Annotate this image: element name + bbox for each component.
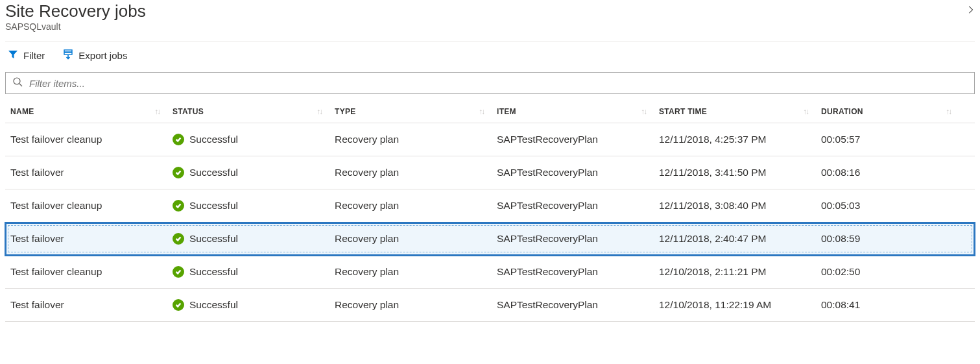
column-header-duration[interactable]: DURATION↑↓	[816, 101, 959, 123]
table-row[interactable]: Test failover cleanupSuccessfulRecovery …	[5, 256, 975, 289]
sort-icon: ↑↓	[154, 107, 160, 116]
cell-name: Test failover	[5, 291, 167, 319]
cell-start-time: 12/10/2018, 2:11:21 PM	[654, 258, 816, 285]
cell-item: SAPTestRecoveryPlan	[492, 258, 654, 285]
cell-type: Recovery plan	[329, 291, 492, 319]
page-title: Site Recovery jobs	[5, 1, 146, 21]
filter-items-input[interactable]	[28, 77, 968, 90]
cell-name: Test failover	[5, 225, 167, 252]
cell-name: Test failover	[5, 159, 167, 186]
cell-duration: 00:05:57	[816, 126, 959, 153]
filter-input-container[interactable]	[5, 72, 975, 94]
export-jobs-button[interactable]: Export jobs	[63, 49, 127, 62]
filter-button-label: Filter	[23, 50, 45, 61]
success-icon	[173, 167, 184, 178]
cell-item: SAPTestRecoveryPlan	[492, 192, 654, 219]
cell-duration: 00:08:59	[816, 225, 959, 252]
jobs-table: NAME↑↓ STATUS↑↓ TYPE↑↓ ITEM↑↓ START TIME…	[5, 101, 975, 322]
cell-start-time: 12/11/2018, 3:41:50 PM	[654, 159, 816, 186]
cell-start-time: 12/11/2018, 4:25:37 PM	[654, 126, 816, 153]
page-subtitle: SAPSQLvault	[5, 21, 146, 32]
status-label: Successful	[189, 167, 238, 178]
cell-type: Recovery plan	[329, 126, 492, 153]
cell-start-time: 12/11/2018, 2:40:47 PM	[654, 225, 816, 252]
table-row[interactable]: Test failoverSuccessfulRecovery planSAPT…	[5, 156, 975, 189]
cell-item: SAPTestRecoveryPlan	[492, 291, 654, 319]
svg-line-3	[19, 84, 22, 86]
toolbar: Filter Export jobs	[5, 42, 975, 72]
export-icon	[63, 49, 73, 62]
table-row[interactable]: Test failover cleanupSuccessfulRecovery …	[5, 189, 975, 223]
cell-type: Recovery plan	[329, 258, 492, 285]
status-label: Successful	[189, 266, 238, 278]
cell-duration: 00:08:16	[816, 159, 959, 186]
table-row[interactable]: Test failoverSuccessfulRecovery planSAPT…	[5, 289, 975, 322]
status-label: Successful	[189, 134, 238, 145]
filter-icon	[8, 49, 18, 62]
column-header-type[interactable]: TYPE↑↓	[329, 101, 492, 123]
table-row[interactable]: Test failoverSuccessfulRecovery planSAPT…	[5, 223, 975, 256]
cell-type: Recovery plan	[329, 159, 492, 186]
cell-type: Recovery plan	[329, 225, 492, 252]
cell-start-time: 12/10/2018, 11:22:19 AM	[654, 291, 816, 319]
table-header: NAME↑↓ STATUS↑↓ TYPE↑↓ ITEM↑↓ START TIME…	[5, 101, 975, 123]
column-header-item[interactable]: ITEM↑↓	[492, 101, 654, 123]
cell-duration: 00:08:41	[816, 291, 959, 319]
cell-status: Successful	[167, 291, 329, 319]
cell-duration: 00:02:50	[816, 258, 959, 285]
cell-item: SAPTestRecoveryPlan	[492, 126, 654, 153]
column-header-name[interactable]: NAME↑↓	[5, 101, 167, 123]
success-icon	[173, 299, 184, 311]
status-label: Successful	[189, 200, 238, 212]
search-icon	[12, 77, 28, 90]
column-header-start-time[interactable]: START TIME↑↓	[654, 101, 816, 123]
close-icon[interactable]	[966, 1, 975, 18]
cell-status: Successful	[167, 192, 329, 219]
svg-rect-0	[64, 50, 72, 52]
success-icon	[173, 266, 184, 278]
status-label: Successful	[189, 233, 238, 245]
success-icon	[173, 233, 184, 245]
sort-icon: ↑↓	[946, 107, 951, 116]
svg-point-2	[14, 78, 20, 84]
cell-status: Successful	[167, 159, 329, 186]
cell-start-time: 12/11/2018, 3:08:40 PM	[654, 192, 816, 219]
cell-name: Test failover cleanup	[5, 192, 167, 219]
cell-name: Test failover cleanup	[5, 258, 167, 285]
sort-icon: ↑↓	[803, 107, 808, 116]
cell-status: Successful	[167, 225, 329, 252]
column-header-status[interactable]: STATUS↑↓	[167, 101, 329, 123]
sort-icon: ↑↓	[317, 107, 322, 116]
export-jobs-button-label: Export jobs	[78, 50, 127, 61]
status-label: Successful	[189, 299, 238, 311]
sort-icon: ↑↓	[479, 107, 484, 116]
cell-status: Successful	[167, 258, 329, 285]
cell-item: SAPTestRecoveryPlan	[492, 225, 654, 252]
cell-status: Successful	[167, 126, 329, 153]
cell-duration: 00:05:03	[816, 192, 959, 219]
sort-icon: ↑↓	[641, 107, 646, 116]
cell-name: Test failover cleanup	[5, 126, 167, 153]
table-row[interactable]: Test failover cleanupSuccessfulRecovery …	[5, 123, 975, 156]
filter-button[interactable]: Filter	[8, 49, 45, 62]
table-body: Test failover cleanupSuccessfulRecovery …	[5, 123, 975, 322]
success-icon	[173, 134, 184, 145]
cell-item: SAPTestRecoveryPlan	[492, 159, 654, 186]
cell-type: Recovery plan	[329, 192, 492, 219]
success-icon	[173, 200, 184, 212]
svg-rect-1	[64, 53, 72, 55]
